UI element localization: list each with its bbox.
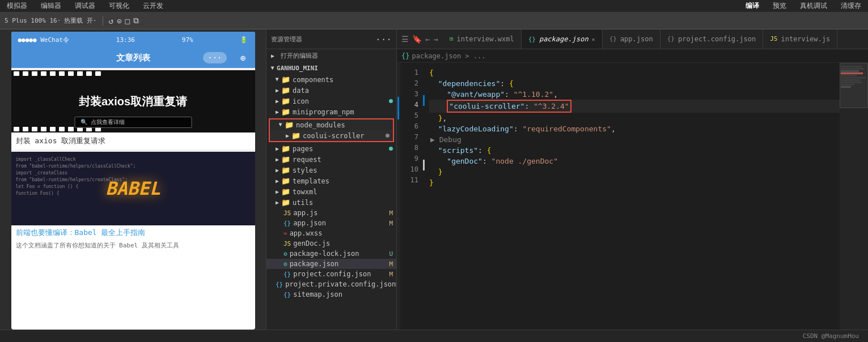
folder-styles-label: styles bbox=[293, 166, 317, 174]
menu-real-debug[interactable]: 真机调试 bbox=[798, 0, 829, 12]
menu-simulator[interactable]: 模拟器 bbox=[5, 0, 29, 12]
breadcrumb-text: package.json > ... bbox=[412, 52, 485, 60]
folder-icon-item[interactable]: ▶ 📁 icon bbox=[266, 96, 396, 106]
file-app-wxss-label: app.wxss bbox=[290, 229, 323, 237]
package-lock-badge: U bbox=[389, 250, 393, 258]
menu-clear-cache[interactable]: 清缓存 bbox=[839, 0, 863, 12]
file-package-json-label: package.json bbox=[290, 260, 339, 268]
copy-icon[interactable]: ⧉ bbox=[133, 16, 139, 25]
phone-time: 13:36 bbox=[116, 36, 135, 44]
line-numbers: 1 2 3 4 5 6 7 8 9 10 11 bbox=[400, 63, 423, 330]
tab-interview-js[interactable]: JS interview.js bbox=[763, 29, 837, 49]
file-app-js[interactable]: JS app.js M bbox=[266, 208, 396, 218]
phone-camera-button[interactable]: ⊕ bbox=[240, 53, 246, 63]
folder-data-label: data bbox=[293, 87, 309, 95]
line-num-11: 11 bbox=[400, 175, 418, 186]
templates-arrow: ▶ bbox=[276, 178, 279, 184]
hotreload-label[interactable]: 热重载 开· bbox=[64, 16, 96, 25]
editor-content: 1 2 3 4 5 6 7 8 9 10 11 bbox=[397, 63, 868, 330]
folder-miniprogram-npm[interactable]: ▶ 📁 miniprogram_npm bbox=[266, 106, 396, 117]
reload-icon[interactable]: ↺ bbox=[109, 16, 113, 25]
code-area[interactable]: { "dependencies" : { "@vant/weapp" : "^1… bbox=[425, 63, 840, 330]
more-options-icon[interactable]: ⊙ bbox=[117, 16, 121, 25]
folder-towxml[interactable]: ▶ 📁 towxml bbox=[266, 186, 396, 197]
file-app-json[interactable]: {} app.json M bbox=[266, 218, 396, 228]
file-app-wxss[interactable]: ≈ app.wxss bbox=[266, 228, 396, 238]
coolui-arrow: ▶ bbox=[286, 132, 289, 139]
project-config-badge: M bbox=[389, 271, 393, 278]
menu-cloud[interactable]: 云开发 bbox=[141, 0, 166, 12]
folder-icon: 📁 bbox=[281, 166, 290, 174]
code-line-6: "lazyCodeLoading" : "requiredComponents"… bbox=[429, 123, 840, 134]
tab-package-json[interactable]: {} package.json ✕ bbox=[522, 29, 603, 49]
menu-visual[interactable]: 可视化 bbox=[107, 0, 132, 12]
menu-debugger[interactable]: 调试器 bbox=[73, 0, 98, 12]
code-line-9: } bbox=[429, 166, 840, 177]
debug-arrow[interactable]: ▶ Debug bbox=[430, 134, 461, 145]
tab-project-config-json[interactable]: {} project.config.json bbox=[660, 29, 764, 49]
file-package-json[interactable]: ⚙ package.json M bbox=[266, 259, 396, 269]
colon: : bbox=[482, 156, 492, 166]
folder-pages[interactable]: ▶ 📁 pages bbox=[266, 143, 396, 154]
tab-interview-wxml[interactable]: ⊞ interview.wxml bbox=[443, 29, 522, 49]
phone-dots-button[interactable]: ··· bbox=[203, 52, 226, 63]
menu-preview[interactable]: 预览 bbox=[770, 0, 789, 12]
bookmark-icon[interactable]: 🔖 bbox=[412, 35, 422, 44]
json-file-icon: {} bbox=[283, 291, 291, 298]
wxml-icon: ⊞ bbox=[450, 35, 454, 42]
menu-compile[interactable]: 编译 bbox=[743, 0, 761, 12]
folder-node-modules[interactable]: ▶ 📁 node_modules bbox=[270, 119, 393, 130]
toggle-sidebar-icon[interactable]: ☰ bbox=[401, 35, 409, 44]
request-arrow: ▶ bbox=[276, 156, 279, 163]
file-sitemap-json[interactable]: {} sitemap.json bbox=[266, 289, 396, 300]
back-icon[interactable]: ← bbox=[425, 35, 430, 44]
json-tab-icon: {} bbox=[528, 36, 536, 43]
open-editors-section[interactable]: ▶ 打开的编辑器 bbox=[266, 49, 396, 62]
tab-close-button[interactable]: ✕ bbox=[592, 36, 595, 42]
key: "@vant/weapp" bbox=[447, 89, 505, 100]
code-line-5: } , bbox=[429, 113, 840, 123]
folder-icon: 📁 bbox=[281, 144, 290, 153]
minimap-viewport bbox=[840, 63, 868, 108]
folder-data[interactable]: ▶ 📁 data bbox=[266, 85, 396, 96]
file-project-private-json[interactable]: {} project.private.config.json M bbox=[266, 279, 396, 289]
article-card-1[interactable]: 封装axios取消重复请 bbox=[11, 70, 255, 149]
line-num-3: 3 bbox=[400, 89, 418, 100]
menu-editor[interactable]: 编辑器 bbox=[39, 0, 63, 12]
editor-left-icons: ☰ 🔖 ← → bbox=[397, 29, 443, 49]
file-package-lock-json[interactable]: ⚙ package-lock.json U bbox=[266, 249, 396, 259]
stop-icon[interactable]: □ bbox=[125, 16, 129, 25]
tab-project-config-label: project.config.json bbox=[678, 35, 756, 43]
project-root-section[interactable]: ▶ GANHUO_MINI bbox=[266, 62, 396, 74]
folder-styles[interactable]: ▶ 📁 styles bbox=[266, 165, 396, 176]
toolbar-divider-1 bbox=[103, 16, 103, 25]
folder-icon: 📁 bbox=[281, 75, 290, 84]
film-hole bbox=[68, 127, 74, 131]
folder-components[interactable]: ▶ 📁 components bbox=[266, 74, 396, 85]
file-gendoc-js[interactable]: JS genDoc.js bbox=[266, 238, 396, 249]
film-holes-top bbox=[11, 70, 255, 77]
forward-icon[interactable]: → bbox=[433, 35, 438, 44]
file-project-config-json[interactable]: {} project.config.json M bbox=[266, 269, 396, 279]
folder-towxml-label: towxml bbox=[293, 188, 317, 196]
line-num-5: 5 bbox=[400, 110, 418, 121]
tab-app-json-label: app.json bbox=[620, 35, 653, 43]
key: "lazyCodeLoading" bbox=[438, 123, 514, 134]
string-value: "^1.10.2" bbox=[514, 89, 553, 100]
package-json-badge: M bbox=[389, 260, 393, 268]
folder-templates[interactable]: ▶ 📁 templates bbox=[266, 176, 396, 186]
colon: : bbox=[500, 78, 509, 89]
explorer-more-icon[interactable]: ··· bbox=[375, 34, 392, 45]
folder-utils[interactable]: ▶ 📁 utils bbox=[266, 197, 396, 208]
folder-coolui-scroller[interactable]: ▶ 📁 coolui-scroller bbox=[270, 130, 393, 141]
highlight-box: "coolui-scroller" : "^3.2.4" bbox=[447, 100, 571, 113]
folder-icon: 📁 bbox=[281, 97, 290, 105]
folder-request[interactable]: ▶ 📁 request bbox=[266, 154, 396, 165]
folder-pages-label: pages bbox=[293, 145, 313, 153]
watermark-text: CSDN @MagnumHou bbox=[803, 332, 859, 340]
tab-app-json[interactable]: {} app.json bbox=[603, 29, 660, 49]
article-card-2[interactable]: import _classCallCheck from "babel-runti… bbox=[11, 152, 255, 253]
film-hole bbox=[95, 71, 101, 76]
view-detail-button[interactable]: 🔍 点我查看详细 bbox=[74, 117, 192, 128]
code-line-10: } bbox=[429, 177, 840, 188]
